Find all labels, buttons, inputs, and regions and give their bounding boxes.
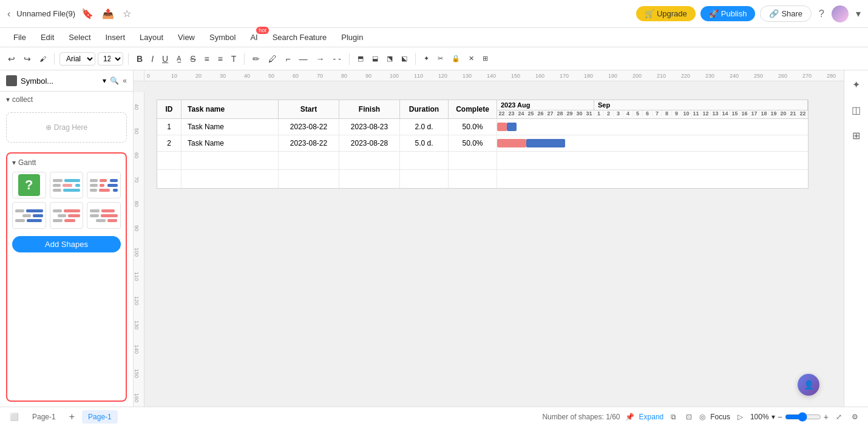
publish-button[interactable]: 🚀 Publish bbox=[700, 6, 756, 21]
ruler-v-tick-110: 110 bbox=[134, 265, 144, 289]
view-toggle-btn[interactable]: ⬜ bbox=[7, 410, 21, 424]
day-aug-22: 22 bbox=[497, 110, 507, 117]
collapse-icon[interactable]: « bbox=[123, 76, 127, 85]
strikethrough-button[interactable]: S bbox=[187, 52, 198, 66]
bookmark-icon-btn[interactable]: 🔖 bbox=[79, 5, 96, 22]
share-button[interactable]: 🔗 Share bbox=[760, 5, 812, 22]
font-size-selector[interactable]: 12 bbox=[98, 52, 123, 66]
undo-button[interactable]: ↩ bbox=[5, 52, 18, 66]
frame-icon-btn[interactable]: ⊡ bbox=[683, 410, 694, 424]
text-format-button[interactable]: T bbox=[228, 52, 240, 66]
shape-item-gantt5[interactable] bbox=[87, 202, 121, 229]
zoom-out-button[interactable]: − bbox=[778, 412, 782, 422]
day-aug-31: 31 bbox=[585, 110, 594, 117]
font-family-selector[interactable]: Arial bbox=[59, 52, 95, 66]
menu-insert[interactable]: Insert bbox=[100, 30, 132, 44]
align-center-button[interactable]: ≡ bbox=[215, 52, 226, 66]
focus-label: Focus bbox=[710, 413, 730, 421]
fullscreen-btn[interactable]: ⤢ bbox=[833, 410, 844, 424]
format-painter-btn[interactable]: 🖌 bbox=[36, 53, 49, 64]
expand-label[interactable]: Expand bbox=[639, 413, 664, 421]
collect-section-header[interactable]: ▾ collect bbox=[0, 92, 133, 107]
day-sep-19: 19 bbox=[769, 110, 779, 117]
menu-plugin[interactable]: Plugin bbox=[335, 30, 369, 44]
share-icon-btn[interactable]: 📤 bbox=[100, 5, 117, 22]
align-top-btn[interactable]: ⬒ bbox=[354, 53, 367, 64]
ruler-tick-90: 90 bbox=[364, 73, 388, 79]
plus-icon: ⊕ bbox=[46, 123, 52, 132]
star-icon-btn[interactable]: ☆ bbox=[120, 5, 134, 22]
search-icon[interactable]: 🔍 bbox=[110, 76, 119, 85]
ruler-tick-50: 50 bbox=[267, 73, 291, 79]
grid-icon-btn[interactable]: ⊞ bbox=[847, 126, 866, 144]
header-task-label: Task name bbox=[188, 105, 225, 113]
shapes-expand-link[interactable]: 📌 bbox=[625, 413, 634, 421]
menu-select[interactable]: Select bbox=[63, 30, 97, 44]
zoom-in-button[interactable]: + bbox=[824, 412, 829, 422]
day-aug-25: 25 bbox=[526, 110, 536, 117]
page-tab-inactive[interactable]: Page-1 bbox=[26, 410, 62, 424]
redo-button[interactable]: ↪ bbox=[21, 52, 34, 66]
upgrade-button[interactable]: 🛒 Upgrade bbox=[636, 6, 696, 21]
component-icon-btn[interactable]: ◫ bbox=[847, 101, 866, 119]
drag-here-box[interactable]: ⊕ Drag Here bbox=[6, 112, 127, 143]
gantt-cell-id-2: 2 bbox=[157, 135, 181, 151]
sparkle-icon-btn[interactable]: ✦ bbox=[847, 75, 866, 93]
menu-layout[interactable]: Layout bbox=[134, 30, 169, 44]
page-tab-active[interactable]: Page-1 bbox=[82, 410, 118, 424]
play-btn[interactable]: ▷ bbox=[735, 410, 745, 424]
row2-duration: 5.0 d. bbox=[415, 139, 433, 147]
shape-item-gantt2[interactable] bbox=[87, 172, 121, 198]
shape-item-gantt1[interactable] bbox=[50, 172, 84, 198]
shape-item-gantt3[interactable] bbox=[12, 202, 46, 229]
underline-button[interactable]: U bbox=[159, 52, 171, 66]
arrow-style-btn[interactable]: → bbox=[313, 52, 328, 66]
gantt-section-header[interactable]: ▾ Gantt bbox=[12, 158, 121, 167]
back-btn[interactable]: ‹ bbox=[5, 6, 13, 22]
canvas-content[interactable]: ID Task name Start Finish bbox=[144, 81, 844, 407]
lock-btn[interactable]: 🔒 bbox=[449, 53, 463, 64]
gantt-cell-duration-2: 5.0 d. bbox=[400, 135, 449, 151]
effects-btn[interactable]: ✦ bbox=[421, 53, 432, 64]
pen-tool-btn[interactable]: ✏ bbox=[249, 52, 263, 66]
layers-icon-btn[interactable]: ⧉ bbox=[668, 410, 679, 424]
menu-symbol[interactable]: Symbol bbox=[203, 30, 242, 44]
bold-button[interactable]: B bbox=[134, 52, 146, 66]
row2-id: 2 bbox=[167, 139, 171, 147]
connector-tool-btn[interactable]: ⌐ bbox=[282, 52, 293, 66]
ruler-tick-160: 160 bbox=[534, 73, 558, 79]
settings-icon-btn[interactable]: ⚙ bbox=[849, 410, 861, 424]
menu-edit[interactable]: Edit bbox=[35, 30, 60, 44]
crop-btn[interactable]: ✂ bbox=[435, 53, 446, 64]
menu-file[interactable]: File bbox=[7, 30, 32, 44]
menu-ai[interactable]: AI hot bbox=[244, 30, 263, 44]
zoom-level: 100% bbox=[750, 413, 769, 421]
delete-btn[interactable]: ✕ bbox=[466, 53, 477, 64]
gantt-header-duration: Duration bbox=[400, 100, 449, 118]
panel-dropdown-icon[interactable]: ▾ bbox=[103, 76, 106, 85]
menu-view[interactable]: View bbox=[172, 30, 201, 44]
add-page-button[interactable]: + bbox=[67, 410, 77, 424]
font-color-button[interactable]: A̲ bbox=[174, 53, 185, 64]
add-shapes-button[interactable]: Add Shapes bbox=[12, 236, 121, 252]
align-left2-btn[interactable]: ⬕ bbox=[398, 53, 410, 64]
toolbar-divider-3 bbox=[244, 53, 245, 65]
row2-complete: 50.0% bbox=[462, 139, 483, 147]
zoom-slider[interactable] bbox=[785, 412, 821, 422]
align-right-btn[interactable]: ⬔ bbox=[384, 53, 396, 64]
user-avatar[interactable] bbox=[832, 5, 849, 22]
align-left-button[interactable]: ≡ bbox=[201, 52, 212, 66]
floating-avatar[interactable]: 👤 bbox=[798, 374, 819, 396]
align-middle-btn[interactable]: ⬓ bbox=[369, 53, 381, 64]
menu-search-feature[interactable]: Search Feature bbox=[266, 30, 333, 44]
brush-tool-btn[interactable]: 🖊 bbox=[265, 52, 280, 66]
shape-item-question[interactable]: ? bbox=[12, 172, 46, 198]
table-btn[interactable]: ⊞ bbox=[480, 53, 491, 64]
italic-button[interactable]: I bbox=[148, 52, 157, 66]
dash-style-btn[interactable]: - - bbox=[330, 52, 344, 66]
expand-icon-btn[interactable]: ▾ bbox=[853, 5, 863, 22]
line-style-btn[interactable]: — bbox=[296, 52, 311, 66]
shape-item-gantt4[interactable] bbox=[50, 202, 84, 229]
help-icon-btn[interactable]: ? bbox=[816, 6, 827, 22]
gantt-mini-2 bbox=[87, 177, 120, 194]
